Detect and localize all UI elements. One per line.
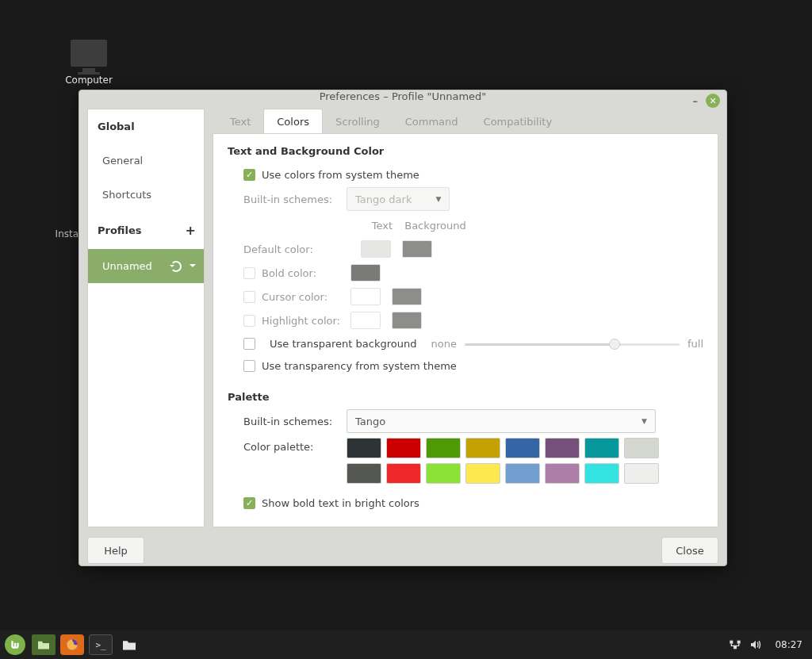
palette-grid: [347, 438, 659, 484]
sidebar-item-general[interactable]: General: [88, 144, 204, 178]
label-bold-bright: Show bold text in bright colors: [262, 497, 419, 509]
slider-transparency: [465, 339, 680, 350]
checkbox-transparent-bg[interactable]: [243, 338, 255, 350]
mint-logo-icon: [10, 639, 21, 650]
window-title: Preferences – Profile "Unnamed": [320, 90, 487, 102]
svg-rect-2: [737, 641, 741, 644]
swatch-default-text: [361, 240, 391, 258]
swatch-highlight-bg: [392, 312, 422, 329]
tab-compatibility[interactable]: Compatibility: [471, 109, 565, 134]
section-title-palette: Palette: [228, 391, 703, 403]
tab-content-colors: Text and Background Color Use colors fro…: [213, 133, 718, 527]
label-bold-color: Bold color:: [262, 267, 350, 279]
sidebar-item-unnamed[interactable]: Unnamed: [88, 249, 204, 283]
terminal-icon: >_: [95, 640, 105, 650]
profile-name: Unnamed: [102, 260, 152, 272]
tray-volume-icon[interactable]: [749, 639, 762, 651]
section-title-text-bg: Text and Background Color: [228, 145, 703, 157]
monitor-icon: [71, 40, 107, 67]
preferences-window: Preferences – Profile "Unnamed" – ✕ Glob…: [79, 90, 727, 566]
palette-color-5[interactable]: [545, 438, 580, 458]
tray-network-icon[interactable]: [729, 639, 741, 651]
label-slider-none: none: [431, 338, 456, 350]
palette-color-12[interactable]: [505, 463, 540, 484]
firefox-icon: [65, 638, 79, 652]
refresh-icon[interactable]: [170, 261, 182, 272]
dialog-footer: Help Close: [79, 527, 726, 573]
label-slider-full: full: [688, 338, 703, 350]
taskbar-firefox[interactable]: [60, 634, 84, 655]
label-transparent-bg: Use transparent background: [270, 338, 416, 350]
swatch-cursor-bg: [392, 288, 422, 305]
palette-color-10[interactable]: [426, 463, 461, 484]
menu-button[interactable]: [5, 634, 25, 655]
tab-command[interactable]: Command: [393, 109, 471, 134]
svg-rect-1: [730, 641, 733, 644]
checkbox-highlight-color: [243, 315, 255, 327]
label-transparency-system: Use transparency from system theme: [262, 360, 457, 372]
label-palette-builtin: Built-in schemes:: [243, 416, 347, 427]
palette-color-3[interactable]: [465, 438, 500, 458]
palette-color-9[interactable]: [386, 463, 421, 484]
help-button[interactable]: Help: [87, 537, 144, 564]
chevron-down-icon: ▼: [642, 417, 647, 425]
select-builtin-scheme: Tango dark ▼: [347, 187, 450, 211]
label-cursor-color: Cursor color:: [262, 291, 350, 303]
titlebar[interactable]: Preferences – Profile "Unnamed" – ✕: [79, 90, 726, 102]
tray-clock[interactable]: 08:27: [775, 639, 802, 650]
checkbox-bold-color: [243, 267, 255, 279]
tab-bar: Text Colors Scrolling Command Compatibil…: [217, 109, 718, 134]
main-pane: Text Colors Scrolling Command Compatibil…: [213, 109, 718, 527]
close-window-button[interactable]: ✕: [706, 94, 720, 108]
desktop-icon-label: Computer: [57, 75, 121, 86]
label-highlight-color: Highlight color:: [262, 315, 350, 327]
folder-icon: [36, 639, 51, 650]
label-default-color: Default color:: [243, 243, 347, 255]
palette-color-13[interactable]: [545, 463, 580, 484]
palette-color-14[interactable]: [584, 463, 619, 484]
palette-color-11[interactable]: [465, 463, 500, 484]
folder-icon: [121, 638, 137, 651]
close-button[interactable]: Close: [661, 537, 718, 564]
taskbar-files[interactable]: [32, 634, 56, 655]
sidebar-item-shortcuts[interactable]: Shortcuts: [88, 178, 204, 212]
checkbox-bold-bright[interactable]: [243, 497, 255, 509]
desktop: Computer Instal Preferences – Profile "U…: [0, 0, 812, 659]
tab-scrolling[interactable]: Scrolling: [323, 109, 393, 134]
tab-text[interactable]: Text: [217, 109, 263, 134]
minimize-button[interactable]: –: [693, 95, 699, 107]
select-palette-scheme[interactable]: Tango ▼: [347, 409, 656, 433]
label-color-palette: Color palette:: [243, 438, 347, 453]
taskbar-files2[interactable]: [117, 634, 141, 655]
palette-color-0[interactable]: [347, 438, 381, 458]
swatch-default-bg: [402, 240, 432, 258]
swatch-bold: [350, 264, 381, 282]
label-use-system-colors: Use colors from system theme: [262, 169, 419, 181]
sidebar-heading-profiles: Profiles +: [88, 212, 204, 249]
palette-color-4[interactable]: [505, 438, 540, 458]
palette-color-2[interactable]: [426, 438, 461, 458]
label-builtin-schemes: Built-in schemes:: [243, 193, 347, 205]
swatch-highlight-text: [350, 312, 381, 329]
taskbar-terminal[interactable]: >_: [89, 634, 113, 655]
chevron-down-icon: ▼: [435, 195, 441, 203]
column-header-text: Text: [361, 220, 404, 232]
palette-color-7[interactable]: [624, 438, 659, 458]
tab-colors[interactable]: Colors: [263, 109, 323, 134]
sidebar: Global General Shortcuts Profiles + Unna…: [87, 109, 205, 527]
palette-color-6[interactable]: [584, 438, 619, 458]
checkbox-transparency-system[interactable]: [243, 360, 255, 372]
taskbar[interactable]: >_ 08:27: [0, 630, 812, 659]
checkbox-use-system-colors[interactable]: [243, 169, 255, 181]
profile-menu-caret-icon[interactable]: [190, 264, 196, 270]
add-profile-button[interactable]: +: [186, 223, 196, 238]
checkbox-cursor-color: [243, 291, 255, 303]
sidebar-heading-global: Global: [88, 109, 204, 144]
swatch-cursor-text: [350, 288, 381, 305]
palette-color-15[interactable]: [624, 463, 659, 484]
palette-color-1[interactable]: [386, 438, 421, 458]
column-header-background: Background: [404, 220, 467, 232]
palette-color-8[interactable]: [347, 463, 381, 484]
desktop-icon-computer[interactable]: Computer: [57, 40, 121, 86]
